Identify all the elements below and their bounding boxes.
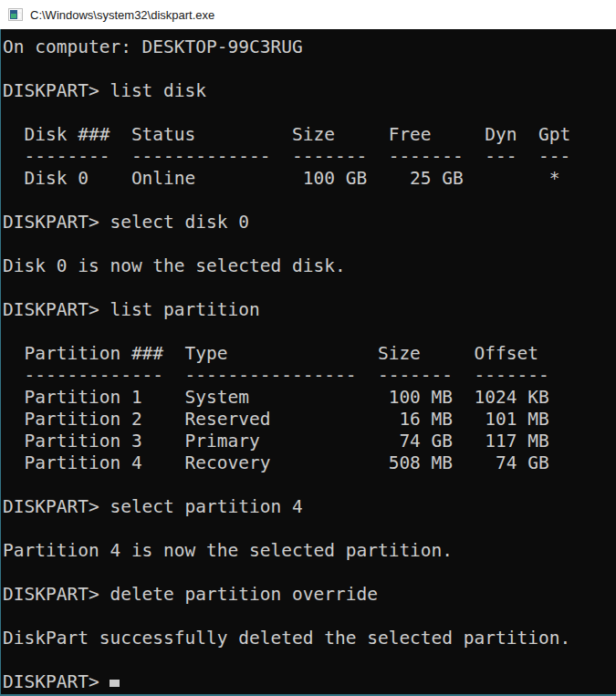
terminal-line [3, 518, 616, 540]
terminal-line: Disk 0 Online 100 GB 25 GB * [3, 168, 616, 190]
terminal-line: Partition ### Type Size Offset [3, 343, 616, 365]
terminal-line: DISKPART> [3, 671, 616, 693]
titlebar[interactable]: C:\Windows\system32\diskpart.exe [0, 0, 616, 29]
terminal-line: Partition 1 System 100 MB 1024 KB [3, 387, 616, 409]
terminal-line [3, 102, 616, 124]
terminal-line: Partition 4 Recovery 508 MB 74 GB [3, 452, 616, 474]
terminal-line: DISKPART> delete partition override [3, 584, 616, 606]
terminal-line: On computer: DESKTOP-99C3RUG [3, 36, 616, 58]
terminal-line: Partition 2 Reserved 16 MB 101 MB [3, 409, 616, 431]
terminal-line: Partition 4 is now the selected partitio… [3, 540, 616, 562]
console-window: C:\Windows\system32\diskpart.exe On comp… [0, 0, 616, 696]
terminal-line: DISKPART> list partition [3, 299, 616, 321]
terminal-line [3, 606, 616, 628]
terminal-line [3, 474, 616, 496]
terminal-line: Disk 0 is now the selected disk. [3, 255, 616, 277]
terminal-line [3, 190, 616, 212]
terminal-line [3, 649, 616, 671]
terminal-line: DISKPART> list disk [3, 80, 616, 102]
terminal-line: -------- ------------- ------- ------- -… [3, 146, 616, 168]
window-title: C:\Windows\system32\diskpart.exe [30, 8, 214, 22]
terminal-line [3, 277, 616, 299]
terminal-body[interactable]: On computer: DESKTOP-99C3RUGDISKPART> li… [0, 29, 616, 696]
terminal-line: Partition 3 Primary 74 GB 117 MB [3, 431, 616, 452]
terminal-line: Disk ### Status Size Free Dyn Gpt [3, 124, 616, 146]
terminal-line: ------------- ---------------- ------- -… [3, 365, 616, 387]
terminal-line [3, 562, 616, 584]
terminal-line: DISKPART> select disk 0 [3, 212, 616, 234]
terminal-line: DiskPart successfully deleted the select… [3, 628, 616, 649]
console-icon [8, 7, 23, 22]
terminal-line: DISKPART> select partition 4 [3, 496, 616, 518]
terminal-line [3, 58, 616, 80]
terminal-line [3, 321, 616, 343]
terminal-line [3, 234, 616, 255]
text-cursor [110, 680, 120, 687]
